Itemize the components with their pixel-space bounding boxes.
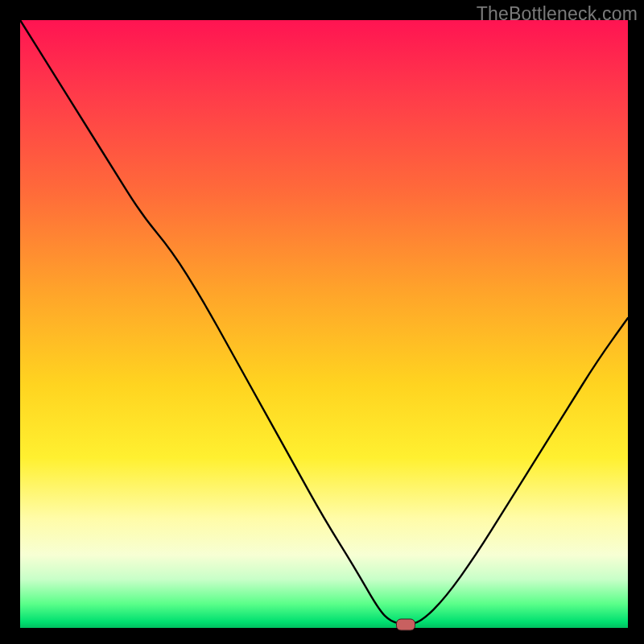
- watermark-text: TheBottleneck.com: [477, 3, 638, 25]
- curve-path: [20, 20, 628, 624]
- chart-stage: TheBottleneck.com: [0, 0, 644, 644]
- bottleneck-curve: [20, 20, 628, 628]
- plot-area: [20, 20, 628, 628]
- optimum-marker: [396, 619, 415, 631]
